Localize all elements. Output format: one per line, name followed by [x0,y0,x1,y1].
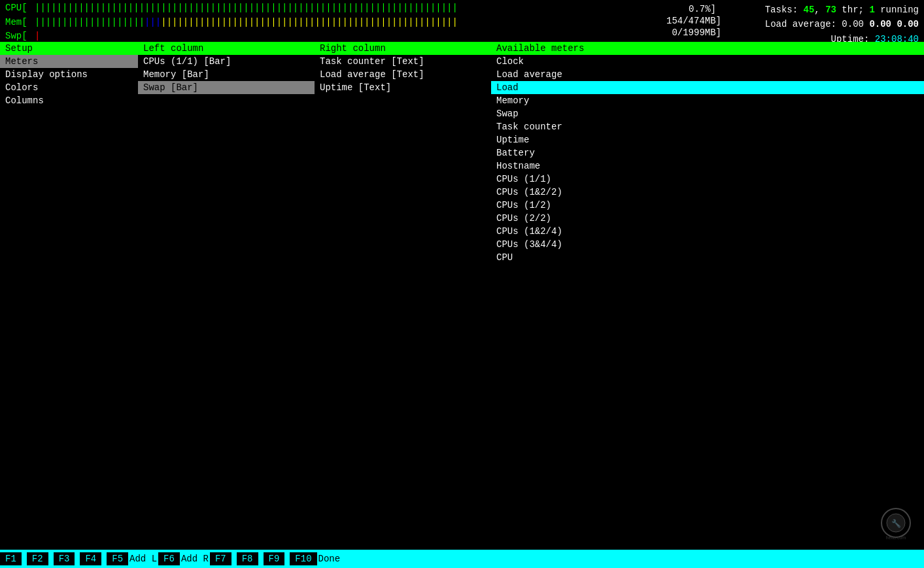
f5-key[interactable]: F5 [107,552,128,565]
mem-label: Mem[ [5,16,35,30]
nav-setup[interactable]: Setup [0,42,138,55]
tasks-label: Tasks: [765,5,804,15]
avail-uptime[interactable]: Uptime [491,133,924,146]
avail-battery[interactable]: Battery [491,146,924,159]
left-column-header: Left column [138,42,315,55]
tasks-thr: thr; [836,5,869,15]
f5-label: Add L [128,554,158,564]
tasks-num1: 45 [804,5,815,15]
left-nav: Setup Meters Display options Colors Colu… [0,42,138,518]
watermark: 🔧 heitu.com [873,507,919,545]
f4-key[interactable]: F4 [80,552,101,565]
mem-bar: ||||||||||||||||||||||||||||||||||||||||… [35,16,460,30]
f10-key[interactable]: F10 [290,552,317,565]
avail-task-counter[interactable]: Task counter [491,120,924,133]
avail-cpus-1-2[interactable]: CPUs (1/2) [491,199,924,212]
nav-meters[interactable]: Meters [0,55,138,68]
avail-clock[interactable]: Clock [491,55,924,68]
swp-stat: 0/1999MB] [672,26,721,41]
cpu-bar: ||||||||||||||||||||||||||||||||||||||||… [35,1,460,16]
avail-cpus-3and4-4[interactable]: CPUs (3&4/4) [491,238,924,251]
f7-key[interactable]: F7 [210,552,231,565]
avail-swap[interactable]: Swap [491,107,924,120]
avail-load-average[interactable]: Load average [491,68,924,81]
load-val1: 0.00 [842,19,869,29]
right-col-task-counter[interactable]: Task counter [Text] [315,55,491,68]
f8-key[interactable]: F8 [237,552,258,565]
f1-key[interactable]: F1 [0,552,22,565]
left-column-panel: Left column CPUs (1/1) [Bar] Memory [Bar… [138,42,315,518]
cpu-label: CPU[ [5,1,35,16]
avail-cpus-1-1[interactable]: CPUs (1/1) [491,173,924,186]
tasks-line: Tasks: 45, 73 thr; 1 running [765,3,919,17]
f2-key[interactable]: F2 [27,552,48,565]
left-col-memory[interactable]: Memory [Bar] [138,68,315,81]
load-avg-label: Load average: [765,19,842,29]
right-col-load-avg[interactable]: Load average [Text] [315,68,491,81]
nav-colors[interactable]: Colors [0,81,138,94]
avail-cpu[interactable]: CPU [491,251,924,264]
nav-columns[interactable]: Columns [0,94,138,107]
svg-text:🔧: 🔧 [891,518,901,528]
avail-hostname[interactable]: Hostname [491,159,924,173]
main-content: Setup Meters Display options Colors Colu… [0,42,924,518]
tasks-sep: , [814,5,825,15]
svg-text:heitu.com: heitu.com [886,535,906,540]
available-meters-panel: Available meters Clock Load average Load… [491,42,924,518]
f10-label: Done [317,554,342,564]
tasks-running-label: running [875,5,919,15]
left-col-cpus[interactable]: CPUs (1/1) [Bar] [138,55,315,68]
right-column-panel: Right column Task counter [Text] Load av… [315,42,491,518]
load-val3: 0.00 [897,19,919,29]
avail-cpus-1and2-2[interactable]: CPUs (1&2/2) [491,186,924,199]
avail-cpus-2-2[interactable]: CPUs (2/2) [491,212,924,225]
available-meters-header: Available meters [491,42,924,55]
avail-load[interactable]: Load [491,81,924,94]
f6-key[interactable]: F6 [158,552,180,565]
right-col-uptime[interactable]: Uptime [Text] [315,81,491,94]
tasks-running-num: 1 [869,5,874,15]
left-col-swap[interactable]: Swap [Bar] [138,81,315,94]
load-val2: 0.00 [869,19,891,29]
load-avg-line: Load average: 0.00 0.00 0.00 [765,17,919,31]
avail-memory[interactable]: Memory [491,94,924,107]
f3-key[interactable]: F3 [54,552,75,565]
tasks-num2: 73 [825,5,836,15]
header-right-stats: Tasks: 45, 73 thr; 1 running Load averag… [765,3,919,46]
right-column-header: Right column [315,42,491,55]
f9-key[interactable]: F9 [264,552,285,565]
avail-cpus-1and2-4[interactable]: CPUs (1&2/4) [491,225,924,238]
nav-display-options[interactable]: Display options [0,68,138,81]
f6-label: Add R [180,554,210,564]
footer: F1 F2 F3 F4 F5 Add L F6 Add R F7 F8 F9 F… [0,550,924,568]
